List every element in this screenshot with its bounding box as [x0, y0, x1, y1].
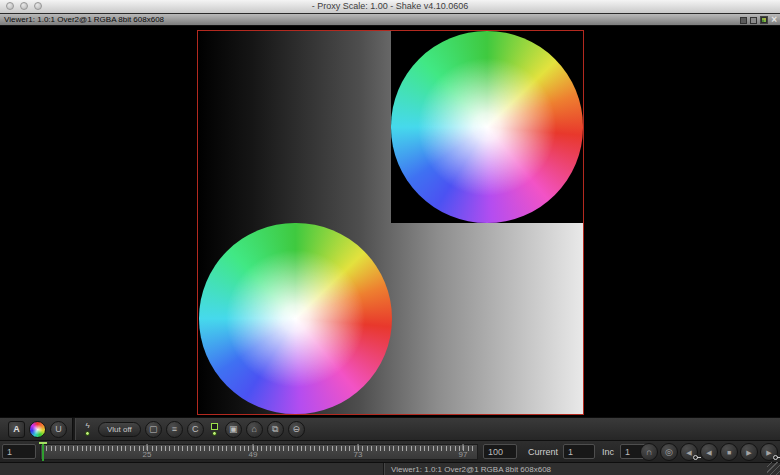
- vlut-button[interactable]: Vlut off: [98, 422, 141, 437]
- prev-keyframe-icon: ◀: [686, 449, 691, 456]
- inc-label: Inc: [602, 447, 614, 457]
- viewer-header-icons: ×: [740, 15, 777, 25]
- status-bar: Viewer1: 1.0:1 Over2@1 RGBA 8bit 608x608: [0, 462, 780, 475]
- timeline-ticks: [42, 446, 476, 451]
- viewer-lookup-button[interactable]: ⌂: [246, 421, 263, 438]
- key-icon: [773, 455, 778, 460]
- toolbar-group-left: A U: [3, 418, 72, 440]
- color-wheel-bottom-left: [199, 223, 392, 415]
- viewer-toolbar: A U ϟ Vlut off ▢ ≡ C ▣: [0, 417, 780, 440]
- realtime-icon: ◎: [665, 448, 673, 457]
- frame-input[interactable]: 1: [2, 444, 36, 459]
- loop-mode-icon: ∩: [646, 448, 652, 457]
- viewer-canvas[interactable]: [0, 26, 780, 417]
- key-icon: [693, 455, 698, 460]
- play-backward-button[interactable]: ◀: [700, 443, 718, 461]
- color-wheel-button[interactable]: [29, 421, 46, 438]
- flipbook-button[interactable]: ⧉: [267, 421, 284, 438]
- window-title: - Proxy Scale: 1.00 - Shake v4.10.0606: [0, 1, 780, 11]
- tick-label: 49: [249, 451, 258, 459]
- roi-icon: [211, 423, 218, 430]
- update-led-icon: [85, 431, 90, 436]
- roi-led-icon: [212, 431, 217, 436]
- black-plate-top-right: [391, 31, 584, 223]
- status-text: Viewer1: 1.0:1 Over2@1 RGBA 8bit 608x608: [391, 465, 551, 474]
- viewer-header-label: Viewer1: 1.0:1 Over2@1 RGBA 8bit 608x608: [4, 15, 164, 24]
- status-divider: [383, 463, 385, 475]
- shake-window: - Proxy Scale: 1.00 - Shake v4.10.0606 V…: [0, 0, 780, 475]
- current-frame-input[interactable]: 1: [563, 444, 595, 459]
- playhead[interactable]: [39, 442, 47, 462]
- playhead-stem-icon: [42, 444, 44, 461]
- tick-label: 97: [459, 451, 468, 459]
- broadcast-monitor-button[interactable]: ⊖: [288, 421, 305, 438]
- color-wheel-top-right: [391, 31, 584, 223]
- realtime-play-button[interactable]: ◎: [660, 443, 678, 461]
- play-forward-icon: ▶: [746, 449, 751, 456]
- viewer-detach-icon[interactable]: [740, 17, 747, 24]
- resize-grip-icon[interactable]: [767, 462, 780, 475]
- stop-button[interactable]: ■: [720, 443, 738, 461]
- monitor-icon: ⊖: [292, 425, 300, 434]
- stop-icon: ■: [727, 449, 731, 456]
- prev-keyframe-button[interactable]: ◀: [680, 443, 698, 461]
- composite-image: [197, 30, 584, 415]
- split-view-icon: ≡: [172, 425, 177, 434]
- roi-toggle[interactable]: [208, 423, 221, 436]
- viewer-close-icon[interactable]: ×: [771, 15, 777, 25]
- flipbook-icon: ⧉: [272, 425, 278, 434]
- loop-mode-button[interactable]: ∩: [640, 443, 658, 461]
- split-view-button[interactable]: ≡: [166, 421, 183, 438]
- viewer-header[interactable]: Viewer1: 1.0:1 Over2@1 RGBA 8bit 608x608…: [0, 13, 780, 26]
- zoom-box-icon: ▣: [229, 425, 238, 434]
- zoom-reset-button[interactable]: ▣: [225, 421, 242, 438]
- end-frame-input[interactable]: 100: [483, 444, 517, 459]
- next-keyframe-button[interactable]: ▶: [760, 443, 778, 461]
- frame-fit-button[interactable]: ▢: [145, 421, 162, 438]
- channel-select-button[interactable]: A: [8, 421, 25, 438]
- compare-button[interactable]: C: [187, 421, 204, 438]
- next-keyframe-icon: ▶: [766, 449, 771, 456]
- tick-label: 73: [354, 451, 363, 459]
- viewer-resize-icon[interactable]: [750, 17, 757, 24]
- current-label: Current: [528, 447, 558, 457]
- frame-icon: ▢: [149, 425, 158, 434]
- play-backward-icon: ◀: [706, 449, 711, 456]
- lookup-icon: ⌂: [252, 425, 257, 434]
- timeline-ruler[interactable]: 25 49 73 97: [40, 444, 478, 460]
- update-mode-toggle[interactable]: ϟ: [81, 422, 94, 436]
- viewer-channel-leds-icon[interactable]: [760, 16, 768, 24]
- toolbar-group-main: ϟ Vlut off ▢ ≡ C ▣ ⌂ ⧉: [76, 418, 310, 440]
- tick-label: 25: [143, 451, 152, 459]
- update-button[interactable]: U: [50, 421, 67, 438]
- window-titlebar[interactable]: - Proxy Scale: 1.00 - Shake v4.10.0606: [0, 0, 780, 14]
- time-bar: 1 25 49 73 97 100 Current 1 Inc 1 ∩ ◎ ◀: [0, 440, 780, 462]
- play-forward-button[interactable]: ▶: [740, 443, 758, 461]
- lightning-icon: ϟ: [85, 422, 89, 430]
- transport-controls: ∩ ◎ ◀ ◀ ■ ▶ ▶: [640, 443, 778, 461]
